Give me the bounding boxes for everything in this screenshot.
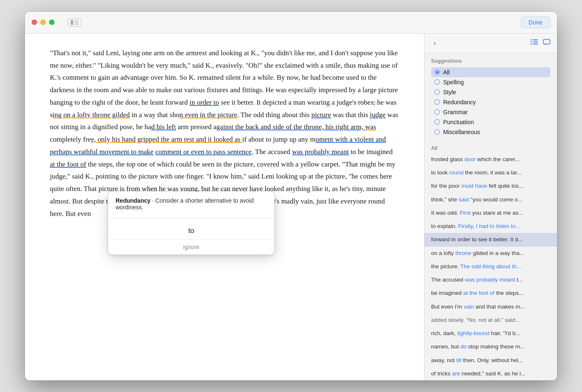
tooltip-header: Redundancy · Consider a shorter alternat… [108,191,274,214]
suggestion-link[interactable]: tightly-bound [457,330,489,336]
close-button[interactable] [32,20,37,25]
list-item[interactable]: to look round the room, it was a lar... [424,166,557,179]
radio-all [434,69,440,75]
chevron-right-icon[interactable]: › [431,39,438,48]
underlined-phrase-picture: n even in the picture [180,111,237,119]
suggestion-link[interactable]: at the foot of [463,290,494,296]
editor-pane[interactable]: "That's not it," said Leni, laying one a… [25,34,424,380]
app-window: Done "That's not it," said Leni, laying … [25,12,557,380]
radio-grammar [434,109,440,115]
list-item[interactable]: frosted glass door which the carer... [424,153,557,166]
list-item[interactable]: names, but do stop making these m... [424,340,557,353]
sidebar-toggle-icon [71,20,79,25]
radio-spelling [434,79,440,85]
suggestion-link[interactable]: was probably meant [465,277,515,283]
suggestion-link[interactable]: do [461,343,467,350]
suggestion-link[interactable]: till [456,357,462,363]
list-item[interactable]: added slowly. "No, not at all," said... [424,314,557,327]
suggestion-link[interactable]: door [464,156,476,162]
suggestion-link[interactable]: Firstly, I had to listen to... [458,223,520,229]
right-sidebar: › [424,34,557,380]
comment-icon[interactable] [543,39,550,47]
filter-redundancy[interactable]: Redundancy [431,97,550,107]
tooltip-suggestion[interactable]: to [108,223,274,239]
svg-rect-0 [530,39,532,40]
filter-spelling[interactable]: Spelling [431,77,550,87]
svg-rect-3 [533,42,538,42]
underlined-phrase-judge: udge [372,111,386,119]
tooltip-title: Redundancy [116,197,150,204]
suggestion-link[interactable]: are [452,370,460,377]
suggestion-link[interactable]: vain [464,304,474,310]
list-item[interactable]: It was odd. First you stare at me as... [424,206,557,220]
sidebar-header: › [424,34,557,53]
maximize-button[interactable] [49,20,54,25]
suggestion-link[interactable]: throne [456,250,471,256]
done-button[interactable]: Done [521,17,550,28]
svg-rect-6 [543,39,550,44]
suggestions-title: Suggestions [431,58,550,64]
traffic-lights [32,20,54,25]
svg-rect-2 [530,42,532,42]
list-item[interactable]: be imagined at the foot of the steps... [424,287,557,300]
filter-all[interactable]: All [431,67,550,77]
tooltip-popup: Redundancy · Consider a shorter alternat… [108,191,274,255]
filter-punctuation[interactable]: Punctuation [431,117,550,127]
list-item[interactable]: on a lofty throne gilded in a way tha... [424,247,557,260]
suggestion-link[interactable]: said [459,196,469,203]
suggestions-section: Suggestions All Spelling Style Redundanc… [424,53,557,142]
list-icon[interactable] [530,39,538,47]
list-item[interactable]: rich, dark, tightly-bound hair. "I'd b..… [424,327,557,340]
suggestion-link[interactable]: must have [461,183,487,189]
list-item[interactable]: The accused was probably meant t... [424,273,557,287]
minimize-button[interactable] [40,20,46,25]
filter-style[interactable]: Style [431,87,550,97]
tooltip-actions: Ignore [108,239,274,255]
list-item-highlighted[interactable]: forward in order to see it better. It d.… [424,233,557,246]
list-item[interactable]: But even I'm vain and that makes m... [424,300,557,314]
list-item[interactable]: think," she said "you would come o... [424,193,557,206]
tooltip-divider [108,218,274,218]
sidebar-header-icons [530,39,550,47]
svg-rect-4 [530,44,532,44]
suggestion-link[interactable]: round [449,169,464,176]
suggestion-link[interactable]: The odd thing about th... [460,263,521,270]
title-bar: Done [25,12,557,34]
tooltip-separator-text: · [152,197,155,204]
svg-rect-5 [533,44,538,44]
list-item[interactable]: away, not till then. Only, without hel..… [424,354,557,367]
list-item[interactable]: for the poor must have felt quite los... [424,179,557,193]
list-item[interactable]: the picture. The odd thing about th... [424,260,557,273]
radio-style [434,89,440,95]
sidebar-toggle-button[interactable] [68,18,81,27]
radio-punctuation [434,119,440,125]
underlined-phrase-in-order-to: in order to [190,98,219,106]
radio-miscellaneous [434,129,440,135]
list-item[interactable]: of tricks are needed," said K. as he l..… [424,367,557,380]
radio-redundancy [434,99,440,105]
main-area: "That's not it," said Leni, laying one a… [25,34,557,380]
filter-grammar[interactable]: Grammar [431,107,550,117]
section-label: All [424,142,557,153]
filter-miscellaneous[interactable]: Miscellaneous [431,127,550,137]
svg-rect-1 [533,39,538,40]
ignore-button[interactable]: Ignore [108,240,274,255]
list-item[interactable]: to explain. Firstly, I had to listen to.… [424,220,557,233]
suggestions-list: frosted glass door which the carer... to… [424,153,557,380]
suggestion-link[interactable]: First [460,210,471,216]
